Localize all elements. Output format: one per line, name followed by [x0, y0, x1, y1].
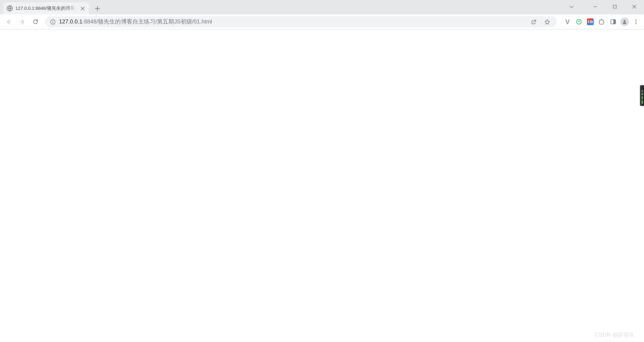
close-icon [632, 5, 636, 9]
extension-green-circle[interactable] [574, 16, 584, 27]
address-bar[interactable]: 127.0.0.1:8848/骆先生的博客自主练习/第五期JS初级/01.htm… [45, 16, 557, 27]
chrome-menu-button[interactable] [631, 16, 641, 27]
svg-point-9 [635, 23, 636, 24]
v-icon: V [565, 18, 570, 26]
side-panel-icon [610, 18, 616, 25]
info-icon [50, 19, 56, 25]
arrow-left-icon [6, 19, 12, 25]
svg-point-6 [624, 20, 625, 22]
plus-icon [95, 6, 100, 11]
share-icon [531, 19, 537, 25]
reload-button[interactable] [30, 16, 42, 28]
url-path: /骆先生的博客自主练习/第五期JS初级/01.html [97, 18, 212, 24]
tab-search-button[interactable] [565, 0, 578, 13]
svg-rect-5 [613, 20, 615, 24]
extension-vue[interactable]: V [562, 16, 573, 27]
forward-button[interactable] [16, 16, 28, 28]
new-tab-button[interactable] [92, 3, 102, 13]
level-bar-1 [642, 90, 643, 92]
back-button[interactable] [3, 16, 15, 28]
browser-tab-active[interactable]: 127.0.0.1:8848/骆先生的博客自 [3, 2, 89, 14]
svg-rect-0 [613, 5, 616, 8]
close-tab-button[interactable] [79, 5, 86, 11]
arrow-right-icon [19, 19, 25, 25]
avatar [620, 17, 629, 26]
maximize-icon [613, 5, 617, 9]
globe-icon [7, 5, 13, 11]
close-icon [81, 7, 85, 10]
person-icon [622, 19, 628, 25]
url-host: 127.0.0.1 [59, 18, 83, 24]
tab-title: 127.0.0.1:8848/骆先生的博客自 [15, 5, 77, 11]
browser-toolbar: 127.0.0.1:8848/骆先生的博客自主练习/第五期JS初级/01.htm… [0, 14, 644, 30]
svg-point-3 [577, 19, 581, 24]
page-content: CSDN @苏百玖 [0, 30, 644, 342]
level-bar-2 [642, 93, 643, 95]
window-maximize-button[interactable] [605, 0, 625, 13]
circle-arrow-icon [576, 18, 582, 25]
share-button[interactable] [529, 17, 539, 27]
kebab-icon [633, 18, 639, 25]
puzzle-icon [598, 18, 605, 25]
reload-icon [32, 18, 39, 25]
chevron-down-icon [569, 4, 574, 9]
extensions-button[interactable] [596, 16, 607, 27]
tab-strip: 127.0.0.1:8848/骆先生的博客自 [0, 0, 644, 14]
star-icon [544, 19, 550, 25]
window-minimize-button[interactable] [586, 0, 605, 13]
url-text: 127.0.0.1:8848/骆先生的博客自主练习/第五期JS初级/01.htm… [59, 18, 525, 25]
profile-button[interactable] [619, 16, 630, 27]
bookmark-button[interactable] [542, 17, 552, 27]
window-close-button[interactable] [625, 0, 644, 13]
side-panel-button[interactable] [608, 16, 619, 27]
level-bar-3 [642, 96, 643, 99]
site-info-button[interactable] [50, 19, 56, 25]
svg-point-7 [635, 19, 636, 20]
fb-icon: FB [587, 18, 594, 25]
minimize-icon [593, 5, 597, 9]
svg-point-2 [52, 20, 53, 21]
level-bar-4 [642, 100, 643, 104]
url-port: :8848 [83, 18, 97, 24]
extension-fb[interactable]: FB [585, 16, 596, 27]
right-edge-widget[interactable] [640, 85, 644, 106]
svg-point-8 [635, 21, 636, 22]
watermark-text: CSDN @苏百玖 [595, 332, 635, 339]
extensions-row: V FB [562, 16, 641, 27]
window-controls [565, 0, 644, 13]
